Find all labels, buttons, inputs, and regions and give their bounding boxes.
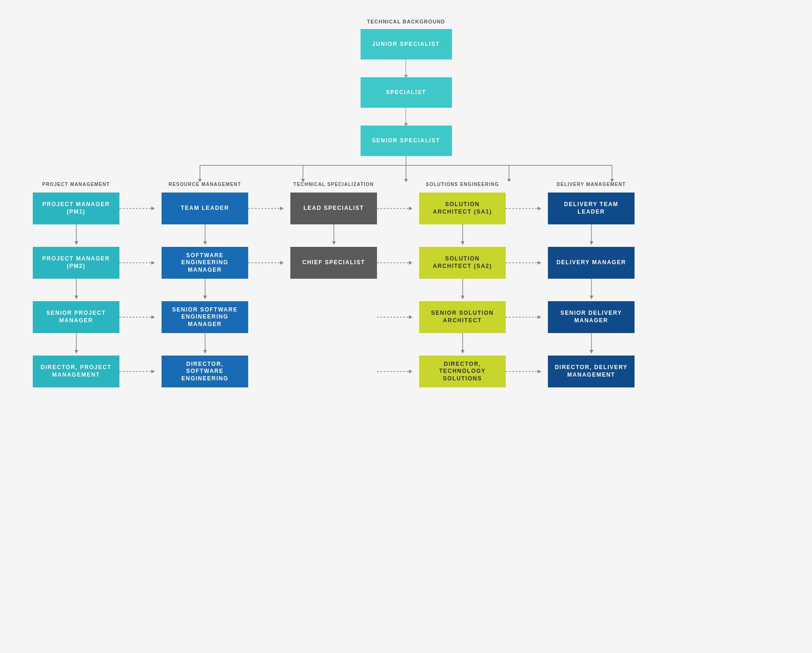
grid-row-4: DIRECTOR, PROJECT MANAGEMENT DIRECTOR, S… — [33, 356, 779, 387]
top-section: TECHNICAL BACKGROUND JUNIOR SPECIALIST S… — [28, 19, 784, 156]
dm-header-cell: DELIVERY MANAGEMENT — [548, 182, 635, 187]
svg-marker-43 — [461, 296, 465, 299]
dashed-arrow-svg-7 — [377, 258, 419, 267]
branch-svg — [148, 156, 664, 182]
se-v-arrow-3 — [419, 333, 506, 356]
se-dm-connector-3 — [506, 312, 548, 322]
se-v-arrow-1 — [419, 224, 506, 247]
sem-box: SOFTWARE ENGINEERING MANAGER — [162, 247, 248, 279]
pm-row1-cell: PROJECT MANAGER (PM1) — [33, 193, 119, 224]
pm-rm-connector-4 — [119, 367, 162, 376]
pm1-label: PROJECT MANAGER (PM1) — [39, 201, 113, 215]
dm-row2-cell: DELIVERY MANAGER — [548, 247, 635, 279]
spacer-row-1 — [33, 224, 779, 247]
pm-rm-connector-3 — [119, 312, 162, 322]
dashed-arrow-svg-8 — [506, 258, 548, 267]
ts-column-header: TECHNICAL SPECIALIZATION — [294, 182, 374, 187]
chief-specialist-label: CHIEF SPECIALIST — [302, 259, 365, 267]
svg-marker-9 — [404, 179, 408, 182]
dashed-arrow-svg-3 — [377, 204, 419, 213]
v-arrow-pm-2 — [72, 279, 81, 301]
v-arrow-rm-2 — [200, 279, 210, 301]
rm-row2-cell: SOFTWARE ENGINEERING MANAGER — [162, 247, 248, 279]
svg-marker-23 — [203, 241, 207, 245]
grid-row-3: SENIOR PROJECT MANAGER SENIOR SOFTWARE E… — [33, 301, 779, 333]
dm-row4-cell: DIRECTOR, DELIVERY MANAGEMENT — [548, 356, 635, 387]
pm-column-header: PROJECT MANAGEMENT — [42, 182, 110, 187]
svg-marker-33 — [280, 261, 284, 265]
director-se-box: DIRECTOR, SOFTWARE ENGINEERING — [162, 356, 248, 387]
senior-specialist-box: SENIOR SPECIALIST — [361, 126, 452, 156]
se-row2-cell: SOLUTION ARCHITECT (SA2) — [419, 247, 506, 279]
svg-marker-45 — [590, 296, 593, 299]
v-arrow-se-3 — [458, 333, 467, 356]
org-chart: TECHNICAL BACKGROUND JUNIOR SPECIALIST S… — [0, 0, 812, 406]
rm-header-cell: RESOURCE MANAGEMENT — [162, 182, 248, 187]
senior-pm-box: SENIOR PROJECT MANAGER — [33, 301, 119, 333]
v-arrow-rm-3 — [200, 333, 210, 356]
technical-background-label: TECHNICAL BACKGROUND — [367, 19, 445, 24]
rm-row1-cell: TEAM LEADER — [162, 193, 248, 224]
chief-specialist-box: CHIEF SPECIALIST — [290, 247, 377, 279]
v-arrow-dm-2 — [587, 279, 596, 301]
svg-marker-13 — [151, 207, 155, 210]
svg-marker-27 — [461, 241, 465, 245]
rm-v-arrow-1 — [162, 224, 248, 247]
se-dm-connector-4 — [506, 367, 548, 376]
pm-v-arrow-2 — [33, 279, 119, 301]
se-row4-cell: DIRECTOR, TECHNOLOGY SOLUTIONS — [419, 356, 506, 387]
senior-pm-label: SENIOR PROJECT MANAGER — [39, 310, 113, 324]
column-headers-row: PROJECT MANAGEMENT RESOURCE MANAGEMENT T… — [28, 182, 784, 187]
delivery-manager-box: DELIVERY MANAGER — [548, 247, 635, 279]
arrow-specialist-to-senior — [406, 108, 406, 126]
ts-se-connector-4 — [377, 367, 419, 376]
svg-marker-57 — [461, 350, 465, 354]
ts-v-arrow-1 — [290, 224, 377, 247]
se-row3-cell: SENIOR SOLUTION ARCHITECT — [419, 301, 506, 333]
ts-se-connector-3 — [377, 312, 419, 322]
pm-row4-cell: DIRECTOR, PROJECT MANAGEMENT — [33, 356, 119, 387]
ts-se-connector-1 — [377, 204, 419, 213]
rm-v-arrow-3 — [162, 333, 248, 356]
rm-ts-connector-2 — [248, 258, 290, 267]
dm-row3-cell: SENIOR DELIVERY MANAGER — [548, 301, 635, 333]
svg-marker-63 — [409, 370, 413, 373]
pm-v-arrow-1 — [33, 224, 119, 247]
se-dm-connector-2 — [506, 258, 548, 267]
senior-sa-box: SENIOR SOLUTION ARCHITECT — [419, 301, 506, 333]
sa2-label: SOLUTION ARCHITECT (SA2) — [426, 255, 499, 270]
pm-rm-connector-1 — [119, 204, 162, 213]
delivery-manager-label: DELIVERY MANAGER — [556, 259, 626, 267]
svg-marker-51 — [538, 315, 541, 319]
svg-marker-37 — [538, 261, 541, 265]
v-arrow-pm-1 — [72, 224, 81, 247]
se-header-cell: SOLUTIONS ENGINEERING — [419, 182, 506, 187]
ts-se-connector-2 — [377, 258, 419, 267]
svg-marker-59 — [590, 350, 593, 354]
pm-row2-cell: PROJECT MANAGER (PM2) — [33, 247, 119, 279]
rm-row3-cell: SENIOR SOFTWARE ENGINEERING MANAGER — [162, 301, 248, 333]
svg-marker-19 — [538, 207, 541, 210]
svg-marker-29 — [590, 241, 593, 245]
specialist-box: SPECIALIST — [361, 77, 452, 108]
v-arrow-ts-1 — [329, 224, 339, 247]
lead-specialist-label: LEAD SPECIALIST — [303, 205, 364, 212]
svg-marker-65 — [538, 370, 541, 373]
svg-marker-39 — [74, 296, 78, 299]
svg-marker-10 — [507, 179, 511, 182]
delivery-team-leader-label: DELIVERY TEAM LEADER — [554, 201, 628, 215]
ssem-label: SENIOR SOFTWARE ENGINEERING MANAGER — [168, 306, 242, 328]
senior-dm-box: SENIOR DELIVERY MANAGER — [548, 301, 635, 333]
team-leader-box: TEAM LEADER — [162, 193, 248, 224]
delivery-team-leader-box: DELIVERY TEAM LEADER — [548, 193, 635, 224]
dm-v-arrow-1 — [548, 224, 635, 247]
svg-marker-49 — [409, 315, 413, 319]
ts-row2-cell: CHIEF SPECIALIST — [290, 247, 377, 279]
sa2-box: SOLUTION ARCHITECT (SA2) — [419, 247, 506, 279]
dashed-arrow-svg-9 — [119, 312, 162, 322]
senior-specialist-label: SENIOR SPECIALIST — [372, 137, 440, 145]
v-arrow-dm-1 — [587, 224, 596, 247]
svg-marker-61 — [151, 370, 155, 373]
v-arrow-dm-3 — [587, 333, 596, 356]
pm-rm-connector-2 — [119, 258, 162, 267]
